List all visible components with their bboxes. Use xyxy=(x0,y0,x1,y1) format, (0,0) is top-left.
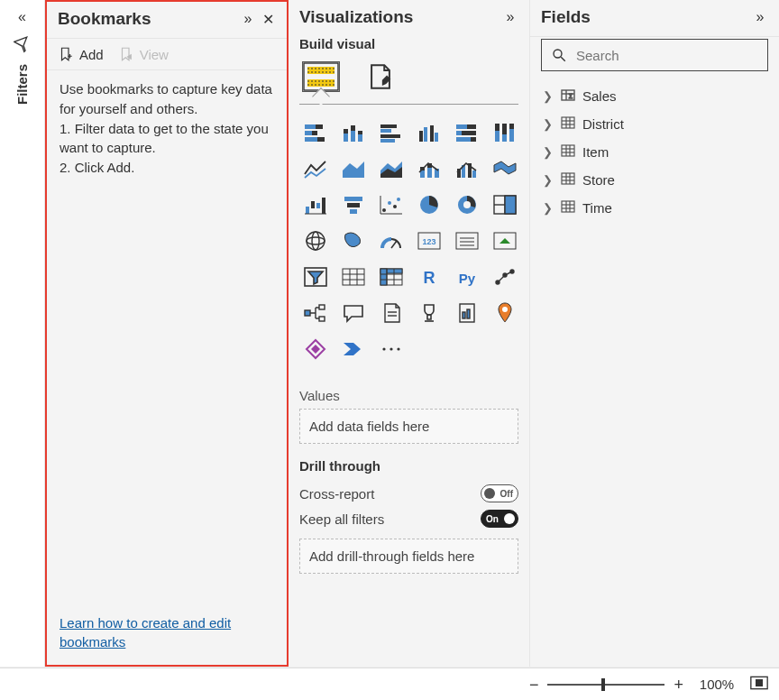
fields-search[interactable] xyxy=(541,39,768,71)
values-dropzone[interactable]: Add data fields here xyxy=(299,409,518,444)
viz-multi-row-card[interactable] xyxy=(451,226,483,256)
viz-decomposition-tree[interactable] xyxy=(299,298,332,328)
table-label: Sales xyxy=(582,88,617,104)
viz-funnel[interactable] xyxy=(337,189,370,220)
table-time[interactable]: ❯Time xyxy=(536,194,774,222)
svg-rect-1 xyxy=(307,67,335,74)
zoom-out-button[interactable]: − xyxy=(529,677,539,693)
viz-paginated[interactable] xyxy=(451,298,483,328)
bookmarks-add-label: Add xyxy=(79,47,104,62)
viz-py-visual[interactable]: Py xyxy=(451,262,483,292)
bookmarks-help-text: Use bookmarks to capture key data for yo… xyxy=(47,70,287,613)
table-label: Store xyxy=(582,172,615,188)
viz-clustered-column[interactable] xyxy=(413,117,445,148)
svg-point-71 xyxy=(312,232,319,250)
svg-text:123: 123 xyxy=(422,237,435,246)
svg-rect-25 xyxy=(430,125,434,142)
zoom-percent[interactable]: 100% xyxy=(696,677,738,692)
visualizations-pane: Visualizations » Build visual xyxy=(289,0,530,667)
viz-stacked-area[interactable] xyxy=(375,153,408,184)
table-store[interactable]: ❯Store xyxy=(536,166,774,194)
zoom-slider[interactable]: − + xyxy=(529,677,683,693)
visual-type-gallery: 123RPy xyxy=(289,105,529,372)
viz-key-influencers[interactable] xyxy=(489,262,521,292)
viz-stacked-bar[interactable] xyxy=(299,117,332,148)
bookmarks-close-icon[interactable]: ✕ xyxy=(258,11,278,28)
format-visual-tab[interactable] xyxy=(359,59,402,95)
cross-report-toggle[interactable]: Off xyxy=(481,484,518,502)
viz-card[interactable]: 123 xyxy=(413,226,445,256)
table-label: Item xyxy=(582,144,609,160)
viz-power-automate[interactable] xyxy=(337,334,370,364)
viz-more[interactable] xyxy=(375,334,408,364)
filters-expand-icon[interactable]: « xyxy=(18,9,26,25)
bookmarks-collapse-icon[interactable]: » xyxy=(238,11,258,27)
svg-rect-138 xyxy=(756,680,763,686)
svg-rect-16 xyxy=(351,125,355,131)
svg-rect-22 xyxy=(380,139,395,143)
table-district[interactable]: ❯District xyxy=(536,110,774,138)
zoom-track[interactable] xyxy=(547,684,664,686)
viz-powerapps[interactable] xyxy=(299,334,332,364)
viz-smart-narrative[interactable] xyxy=(375,298,408,328)
format-icon xyxy=(365,61,396,92)
fit-to-page-icon[interactable] xyxy=(750,676,768,693)
build-visual-tab[interactable] xyxy=(299,59,343,95)
viz-map[interactable] xyxy=(299,226,332,256)
viz-stacked-column[interactable] xyxy=(337,117,370,148)
viz-table[interactable] xyxy=(337,262,370,292)
svg-rect-132 xyxy=(562,201,574,212)
filters-pane-collapsed[interactable]: « Filters xyxy=(0,0,45,667)
viz-gauge[interactable] xyxy=(375,226,408,256)
svg-rect-32 xyxy=(471,137,476,142)
viz-r-visual[interactable]: R xyxy=(413,262,445,292)
viz-qna[interactable] xyxy=(337,298,370,328)
bookmarks-learn-link[interactable]: Learn how to create and edit bookmarks xyxy=(60,615,231,650)
viz-scatter[interactable] xyxy=(375,189,408,220)
table-icon xyxy=(561,171,575,189)
svg-rect-98 xyxy=(305,310,310,316)
viz-slicer[interactable] xyxy=(299,262,332,292)
drillthrough-label: Drill through xyxy=(289,444,529,481)
viz-filled-map[interactable] xyxy=(337,226,370,256)
viz-pie[interactable] xyxy=(413,189,445,220)
table-label: Time xyxy=(582,200,612,216)
viz-matrix[interactable] xyxy=(375,262,408,292)
viz-area[interactable] xyxy=(337,153,370,184)
viz-treemap[interactable] xyxy=(489,189,521,220)
viz-line[interactable] xyxy=(299,153,332,184)
keep-filters-label: Keep all filters xyxy=(299,511,481,527)
bookmarks-add-button[interactable]: Add xyxy=(58,46,104,62)
svg-rect-34 xyxy=(495,124,499,131)
chevron-right-icon: ❯ xyxy=(543,201,554,215)
viz-clustered-bar[interactable] xyxy=(375,117,408,148)
fields-search-input[interactable] xyxy=(574,47,758,64)
viz-line-stacked-column[interactable] xyxy=(413,153,445,184)
table-icon xyxy=(561,199,575,216)
svg-rect-23 xyxy=(419,131,423,142)
table-item[interactable]: ❯Item xyxy=(536,138,774,166)
svg-rect-49 xyxy=(311,201,315,208)
table-sales[interactable]: ❯ΣSales xyxy=(536,82,774,110)
viz-arcgis[interactable] xyxy=(489,298,521,328)
viz-waterfall[interactable] xyxy=(299,189,332,220)
keep-filters-toggle[interactable]: On xyxy=(481,510,518,528)
viz-donut[interactable] xyxy=(451,189,483,220)
cross-report-label: Cross-report xyxy=(299,486,481,502)
drillthrough-dropzone[interactable]: Add drill-through fields here xyxy=(299,539,518,574)
svg-rect-99 xyxy=(319,305,325,309)
svg-rect-28 xyxy=(467,124,476,129)
fields-collapse-icon[interactable]: » xyxy=(750,9,770,25)
viz-line-clustered-column[interactable] xyxy=(451,153,483,184)
filters-icon xyxy=(14,36,32,57)
viz-100-stacked-column[interactable] xyxy=(489,117,521,148)
viz-kpi[interactable] xyxy=(489,226,521,256)
zoom-in-button[interactable]: + xyxy=(674,677,683,693)
svg-rect-50 xyxy=(316,203,320,208)
viz-100-stacked-bar[interactable] xyxy=(451,117,483,148)
viz-goals[interactable] xyxy=(413,298,445,328)
viz-ribbon[interactable] xyxy=(489,153,521,184)
svg-rect-8 xyxy=(316,124,323,129)
visualizations-collapse-icon[interactable]: » xyxy=(500,9,520,25)
svg-rect-75 xyxy=(456,233,478,249)
